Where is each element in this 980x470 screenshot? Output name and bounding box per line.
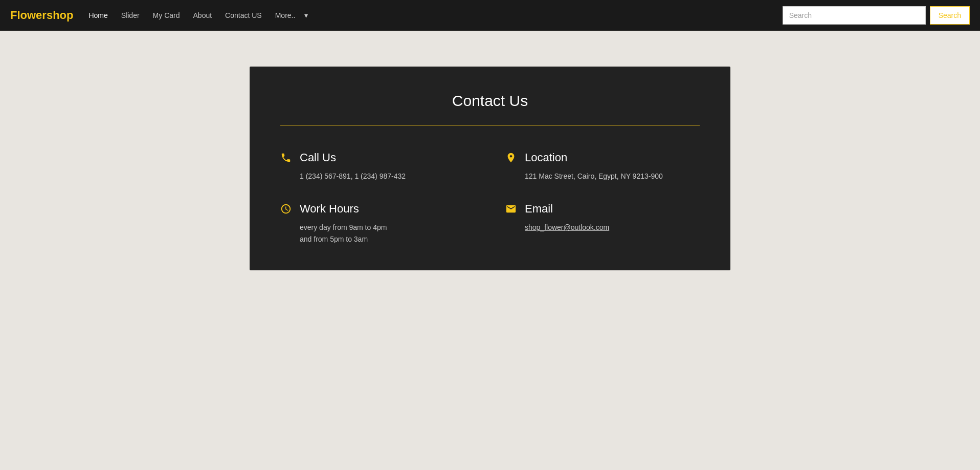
email-icon (505, 203, 517, 215)
contact-grid: Call Us 1 (234) 567-891, 1 (234) 987-432… (280, 151, 700, 245)
nav-link-mycard[interactable]: My Card (148, 8, 185, 23)
email-body: shop_flower@outlook.com (505, 222, 700, 233)
email-title: Email (525, 202, 553, 216)
search-button[interactable]: Search (930, 6, 970, 25)
nav-item-contact[interactable]: Contact US (220, 8, 267, 23)
contact-section-call-us: Call Us 1 (234) 567-891, 1 (234) 987-432 (280, 151, 475, 182)
location-header: Location (505, 151, 700, 164)
nav-link-contact[interactable]: Contact US (220, 8, 267, 23)
navbar-search-area: Search (783, 6, 970, 25)
search-input[interactable] (783, 6, 926, 25)
nav-item-more[interactable]: More.. ▾ (270, 5, 319, 26)
location-body: 121 Mac Street, Cairo, Egypt, NY 9213-90… (505, 170, 700, 182)
work-hours-title: Work Hours (300, 202, 359, 216)
contact-section-work-hours: Work Hours every day from 9am to 4pmand … (280, 202, 475, 245)
contact-divider (280, 125, 700, 125)
nav-link-more[interactable]: More.. ▾ (270, 5, 319, 26)
call-us-title: Call Us (300, 151, 336, 164)
nav-link-home[interactable]: Home (83, 8, 113, 23)
nav-item-home[interactable]: Home (83, 8, 113, 23)
nav-links: Home Slider My Card About Contact US Mor… (83, 5, 318, 26)
nav-item-slider[interactable]: Slider (116, 8, 145, 23)
call-us-header: Call Us (280, 151, 475, 164)
navbar: Flowershop Home Slider My Card About Con… (0, 0, 980, 31)
navbar-left: Flowershop Home Slider My Card About Con… (10, 5, 318, 26)
location-title: Location (525, 151, 567, 164)
contact-section-email: Email shop_flower@outlook.com (505, 202, 700, 245)
contact-card: Contact Us Call Us 1 (234) 567-891, 1 (2… (250, 67, 730, 270)
work-hours-header: Work Hours (280, 202, 475, 216)
email-header: Email (505, 202, 700, 216)
chevron-down-icon: ▾ (299, 8, 313, 23)
nav-link-about[interactable]: About (188, 8, 217, 23)
work-hours-body: every day from 9am to 4pmand from 5pm to… (280, 222, 475, 245)
contact-section-location: Location 121 Mac Street, Cairo, Egypt, N… (505, 151, 700, 182)
nav-item-about[interactable]: About (188, 8, 217, 23)
call-us-body: 1 (234) 567-891, 1 (234) 987-432 (280, 170, 475, 182)
email-link[interactable]: shop_flower@outlook.com (525, 223, 609, 231)
brand-logo[interactable]: Flowershop (10, 9, 73, 22)
clock-icon (280, 203, 292, 215)
main-content: Contact Us Call Us 1 (234) 567-891, 1 (2… (0, 31, 980, 306)
contact-title: Contact Us (280, 92, 700, 110)
phone-icon (280, 152, 292, 163)
nav-item-mycard[interactable]: My Card (148, 8, 185, 23)
location-icon (505, 152, 517, 163)
nav-link-slider[interactable]: Slider (116, 8, 145, 23)
